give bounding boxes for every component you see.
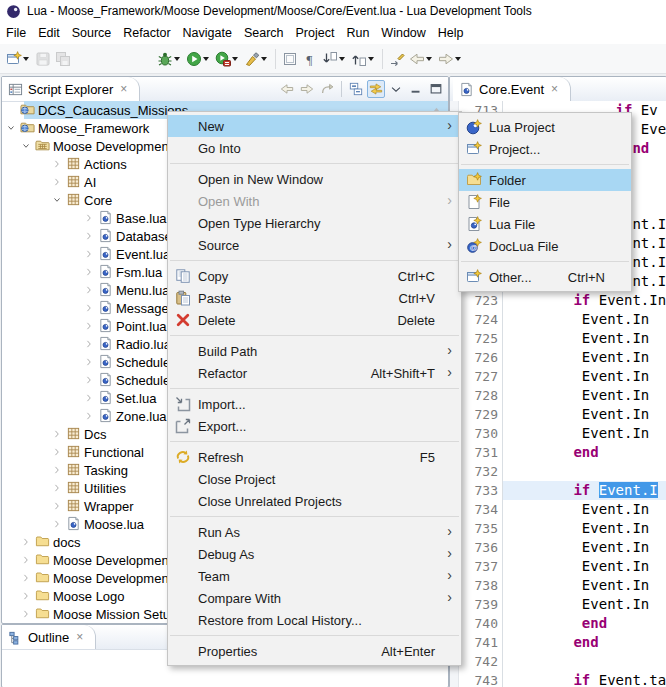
context-menu-item-go-into[interactable]: Go Into — [168, 137, 461, 159]
tab-script-explorer[interactable]: Script Explorer × — [2, 77, 140, 101]
chevron-right-icon[interactable] — [84, 231, 94, 241]
menubar-item-run[interactable]: Run — [340, 24, 375, 42]
context-menu-item-import[interactable]: Import... — [168, 393, 461, 415]
new-submenu-item-lua-file[interactable]: Lua File — [459, 213, 631, 235]
context-menu-item-close-project[interactable]: Close Project — [168, 468, 461, 490]
context-menu-item-delete[interactable]: DeleteDelete — [168, 309, 461, 331]
menubar-item-search[interactable]: Search — [238, 24, 290, 42]
tab-outline[interactable]: Outline × — [2, 625, 96, 649]
chevron-right-icon[interactable] — [84, 267, 94, 277]
context-menu-item-run-as[interactable]: Run As› — [168, 521, 461, 543]
save-all-button[interactable] — [53, 47, 73, 71]
chevron-right-icon[interactable] — [52, 501, 62, 511]
context-menu-item-build-path[interactable]: Build Path› — [168, 340, 461, 362]
dropdown-arrow-icon[interactable] — [368, 57, 374, 61]
menubar-item-navigate[interactable]: Navigate — [177, 24, 238, 42]
forward-button[interactable] — [436, 47, 465, 71]
show-whitespace-button[interactable]: ¶ — [300, 47, 320, 71]
dropdown-arrow-icon[interactable] — [203, 57, 209, 61]
chevron-right-icon[interactable] — [84, 393, 94, 403]
context-menu-item-open-with[interactable]: Open With› — [168, 190, 461, 212]
prev-annotation-button[interactable] — [349, 47, 378, 71]
dropdown-arrow-icon[interactable] — [455, 57, 461, 61]
up-nav-button[interactable] — [318, 80, 336, 98]
minimize-button[interactable] — [407, 80, 425, 98]
close-icon[interactable]: × — [76, 630, 83, 644]
menubar-item-refactor[interactable]: Refactor — [117, 24, 176, 42]
maximize-button[interactable] — [427, 80, 445, 98]
new-wizard-button[interactable] — [4, 47, 33, 71]
last-edit-button[interactable] — [387, 47, 407, 71]
chevron-right-icon[interactable] — [52, 177, 62, 187]
run-button[interactable] — [184, 47, 213, 71]
mark-occurrences-button[interactable] — [280, 47, 300, 71]
chevron-right-icon[interactable] — [84, 375, 94, 385]
chevron-down-icon[interactable] — [52, 195, 62, 205]
menubar-item-window[interactable]: Window — [375, 24, 431, 42]
menubar-item-file[interactable]: File — [0, 24, 32, 42]
context-menu-item-open-type-hierarchy[interactable]: Open Type Hierarchy — [168, 212, 461, 234]
context-menu-item-refresh[interactable]: RefreshF5 — [168, 446, 461, 468]
chevron-right-icon[interactable] — [52, 429, 62, 439]
new-submenu-item-other[interactable]: Other...Ctrl+N — [459, 266, 631, 288]
context-menu-item-close-unrelated-projects[interactable]: Close Unrelated Projects — [168, 490, 461, 512]
run-history-button[interactable] — [213, 47, 242, 71]
chevron-right-icon[interactable] — [84, 213, 94, 223]
external-tools-button[interactable] — [242, 47, 271, 71]
menubar-item-help[interactable]: Help — [432, 24, 470, 42]
dropdown-arrow-icon[interactable] — [261, 57, 267, 61]
context-menu-item-open-in-new-window[interactable]: Open in New Window — [168, 168, 461, 190]
menubar-item-project[interactable]: Project — [290, 24, 341, 42]
collapse-all-button[interactable] — [347, 80, 365, 98]
close-icon[interactable]: × — [120, 82, 127, 96]
chevron-down-icon[interactable] — [6, 123, 16, 133]
link-editor-button[interactable] — [367, 80, 385, 98]
dropdown-arrow-icon[interactable] — [174, 57, 180, 61]
context-menu-item-team[interactable]: Team› — [168, 565, 461, 587]
forward-nav-button[interactable] — [298, 80, 316, 98]
chevron-right-icon[interactable] — [84, 249, 94, 259]
close-icon[interactable]: × — [551, 82, 558, 96]
chevron-right-icon[interactable] — [52, 447, 62, 457]
new-submenu-item-file[interactable]: File — [459, 191, 631, 213]
chevron-right-icon[interactable] — [21, 537, 31, 547]
chevron-right-icon[interactable] — [52, 159, 62, 169]
context-menu-item-copy[interactable]: CopyCtrl+C — [168, 265, 461, 287]
context-menu-item-export[interactable]: Export... — [168, 415, 461, 437]
chevron-right-icon[interactable] — [84, 411, 94, 421]
back-button[interactable] — [407, 47, 436, 71]
menubar-item-edit[interactable]: Edit — [32, 24, 66, 42]
new-submenu-item-folder[interactable]: Folder — [459, 169, 631, 191]
context-menu-item-properties[interactable]: PropertiesAlt+Enter — [168, 640, 461, 662]
view-menu-button[interactable] — [387, 80, 405, 98]
context-menu-item-new[interactable]: New› — [168, 115, 461, 137]
context-menu-item-source[interactable]: Source› — [168, 234, 461, 256]
tab-core-event[interactable]: Core.Event × — [453, 77, 571, 101]
debug-button[interactable] — [155, 47, 184, 71]
back-nav-button[interactable] — [278, 80, 296, 98]
dropdown-arrow-icon[interactable] — [232, 57, 238, 61]
chevron-right-icon[interactable] — [52, 519, 62, 529]
chevron-right-icon[interactable] — [52, 465, 62, 475]
next-annotation-button[interactable] — [320, 47, 349, 71]
chevron-right-icon[interactable] — [84, 321, 94, 331]
context-menu-item-restore-from-local-history[interactable]: Restore from Local History... — [168, 609, 461, 631]
menubar-item-source[interactable]: Source — [66, 24, 118, 42]
new-submenu-item-project[interactable]: Project... — [459, 138, 631, 160]
chevron-right-icon[interactable] — [52, 483, 62, 493]
chevron-right-icon[interactable] — [21, 555, 31, 565]
dropdown-arrow-icon[interactable] — [426, 57, 432, 61]
chevron-right-icon[interactable] — [84, 357, 94, 367]
save-button[interactable] — [33, 47, 53, 71]
context-menu-item-paste[interactable]: PasteCtrl+V — [168, 287, 461, 309]
dropdown-arrow-icon[interactable] — [339, 57, 345, 61]
dropdown-arrow-icon[interactable] — [23, 57, 29, 61]
chevron-right-icon[interactable] — [84, 303, 94, 313]
chevron-right-icon[interactable] — [21, 591, 31, 601]
chevron-right-icon[interactable] — [84, 285, 94, 295]
chevron-right-icon[interactable] — [84, 339, 94, 349]
new-submenu-item-doclua-file[interactable]: @DocLua File — [459, 235, 631, 257]
chevron-right-icon[interactable] — [21, 609, 31, 619]
new-submenu-item-lua-project[interactable]: Lua Project — [459, 116, 631, 138]
context-menu-item-compare-with[interactable]: Compare With› — [168, 587, 461, 609]
